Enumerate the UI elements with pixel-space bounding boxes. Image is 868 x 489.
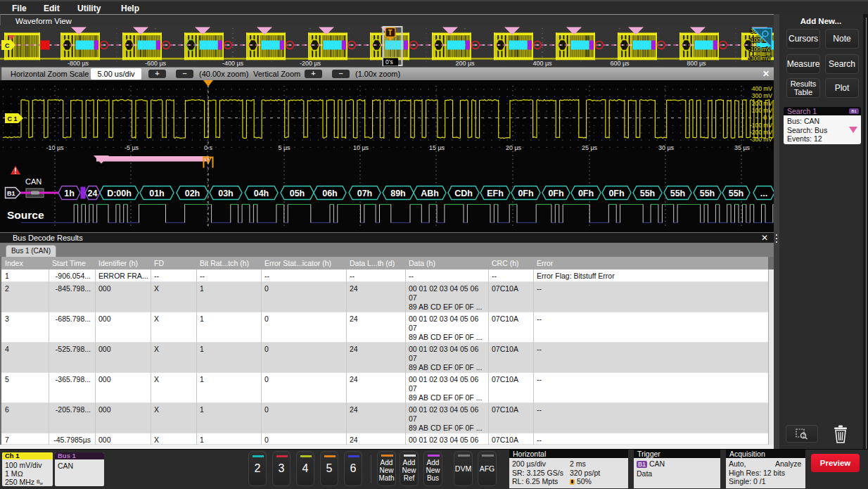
- svg-text:24: 24: [88, 189, 98, 198]
- svg-text:04h: 04h: [254, 189, 269, 198]
- svg-text:B1: B1: [7, 190, 15, 197]
- svg-text:05h: 05h: [290, 189, 305, 198]
- svg-text:06h: 06h: [322, 189, 338, 198]
- svg-text:1h: 1h: [64, 189, 75, 198]
- svg-text:T: T: [388, 29, 392, 37]
- svg-text:600 µs: 600 µs: [610, 60, 630, 67]
- svg-text:55h: 55h: [670, 189, 686, 198]
- svg-text:-800 µs: -800 µs: [68, 60, 89, 67]
- svg-text:55h: 55h: [640, 189, 656, 198]
- svg-text:C 1: C 1: [8, 115, 18, 122]
- svg-text:400 µs: 400 µs: [532, 60, 552, 67]
- svg-text:55h: 55h: [729, 189, 744, 198]
- svg-text:ABh: ABh: [421, 189, 439, 198]
- svg-text:D:00h: D:00h: [107, 189, 132, 198]
- svg-text:...: ...: [760, 189, 767, 198]
- svg-text:C: C: [5, 42, 10, 49]
- svg-text:CAN: CAN: [25, 177, 42, 186]
- svg-text:55h: 55h: [700, 189, 715, 198]
- svg-text:CDh: CDh: [454, 189, 473, 198]
- svg-text:03h: 03h: [218, 189, 234, 198]
- svg-text:0’s: 0’s: [385, 58, 393, 65]
- svg-text:200 µs: 200 µs: [455, 60, 475, 67]
- svg-text:0Fh: 0Fh: [608, 189, 624, 198]
- svg-text:Source: Source: [7, 209, 44, 221]
- svg-text:EFh: EFh: [487, 189, 504, 198]
- svg-text:89h: 89h: [390, 189, 406, 198]
- svg-text:0Fh: 0Fh: [518, 189, 533, 198]
- svg-text:800 µs: 800 µs: [687, 60, 706, 67]
- svg-text:-100 mV: -100 mV: [748, 46, 771, 53]
- svg-text:-600 µs: -600 µs: [145, 60, 167, 67]
- svg-text:0Fh: 0Fh: [548, 189, 563, 198]
- svg-text:07h: 07h: [357, 189, 373, 198]
- svg-text:0Fh: 0Fh: [578, 189, 594, 198]
- svg-text:-300 mV: -300 mV: [748, 55, 771, 62]
- svg-text:-400 µs: -400 µs: [222, 60, 244, 67]
- svg-text:01h: 01h: [149, 189, 165, 198]
- svg-text:02h: 02h: [185, 189, 200, 198]
- svg-text:-200 µs: -200 µs: [300, 60, 321, 67]
